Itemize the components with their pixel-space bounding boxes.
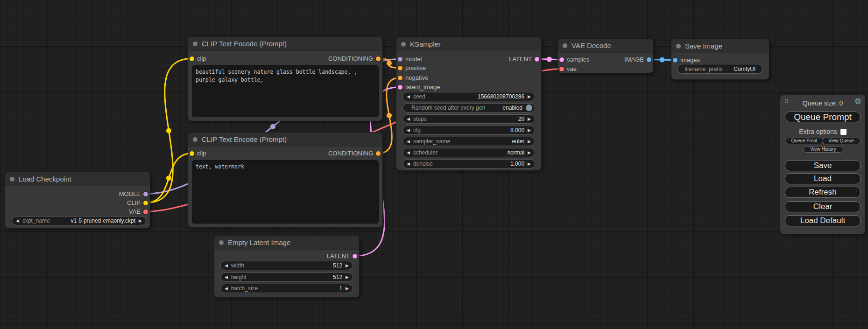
clear-button[interactable]: Clear <box>785 201 861 212</box>
latent-port-dot[interactable] <box>559 57 564 62</box>
node-clip-text-encode-negative[interactable]: CLIP Text Encode (Prompt) clip CONDITION… <box>188 132 383 228</box>
output-port-latent: LATENT <box>327 252 357 260</box>
node-clip-text-encode-positive[interactable]: CLIP Text Encode (Prompt) clip CONDITION… <box>188 36 383 121</box>
settings-gear-icon[interactable]: ⚙ <box>854 98 861 105</box>
collapse-dot-icon[interactable] <box>219 240 224 245</box>
filename-prefix-widget[interactable]: filename_prefix ComfyUI <box>677 64 762 74</box>
increment-arrow-icon[interactable]: ▶ <box>528 139 531 144</box>
node-ksampler[interactable]: KSampler model positive negative latent_… <box>396 37 542 171</box>
height-widget[interactable]: ◀ height 512 ▶ <box>220 273 353 282</box>
node-title-bar[interactable]: VAE Decode <box>558 39 653 53</box>
increment-arrow-icon[interactable]: ▶ <box>528 161 531 166</box>
clip-port-dot[interactable] <box>190 151 194 156</box>
decrement-arrow-icon[interactable]: ◀ <box>225 275 228 280</box>
latent-port-dot[interactable] <box>535 57 539 62</box>
increment-arrow-icon[interactable]: ▶ <box>528 117 531 121</box>
increment-arrow-icon[interactable]: ▶ <box>346 263 349 268</box>
output-port-vae: VAE <box>129 207 148 216</box>
collapse-dot-icon[interactable] <box>193 137 198 142</box>
collapse-dot-icon[interactable] <box>10 177 14 182</box>
vae-port-dot[interactable] <box>559 67 564 71</box>
conditioning-port-dot[interactable] <box>398 66 402 70</box>
conditioning-port-dot[interactable] <box>398 76 402 80</box>
node-load-checkpoint[interactable]: Load Checkpoint MODEL CLIP VAE ◀ ckpt_na… <box>5 172 150 229</box>
node-empty-latent-image[interactable]: Empty Latent Image LATENT ◀ width 512 ▶ … <box>214 235 360 298</box>
port-label: samples <box>567 56 589 63</box>
refresh-button[interactable]: Refresh <box>785 187 861 198</box>
scheduler-widget[interactable]: ◀ scheduler normal ▶ <box>402 148 535 157</box>
decrement-arrow-icon[interactable]: ◀ <box>16 218 19 223</box>
node-title-bar[interactable]: Load Checkpoint <box>5 172 150 186</box>
node-save-image[interactable]: Save Image images filename_prefix ComfyU… <box>671 39 769 80</box>
model-port-dot[interactable] <box>398 57 402 62</box>
ckpt-name-widget[interactable]: ◀ ckpt_name v1-5-pruned-emaonly.ckpt ▶ <box>12 216 146 225</box>
queue-front-button[interactable]: Queue Front <box>785 138 824 144</box>
node-title: KSampler <box>410 40 441 48</box>
node-vae-decode[interactable]: VAE Decode samples vae IMAGE <box>557 38 654 73</box>
save-button[interactable]: Save <box>785 160 861 171</box>
port-label: clip <box>197 55 206 62</box>
negative-prompt-textarea[interactable]: text, watermark <box>192 160 379 224</box>
link-wire <box>146 59 192 203</box>
sampler-name-widget[interactable]: ◀ sampler_name euler ▶ <box>402 137 535 146</box>
decrement-arrow-icon[interactable]: ◀ <box>225 263 228 268</box>
input-port-model: model <box>398 55 422 63</box>
load-default-button[interactable]: Load Default <box>785 215 861 226</box>
decrement-arrow-icon[interactable]: ◀ <box>407 117 410 121</box>
batch-size-widget[interactable]: ◀ batch_size 1 ▶ <box>220 284 353 293</box>
clip-port-dot[interactable] <box>190 56 194 61</box>
cfg-widget[interactable]: ◀ cfg 8.000 ▶ <box>402 126 535 135</box>
load-button[interactable]: Load <box>785 173 861 184</box>
latent-port-dot[interactable] <box>353 254 357 259</box>
collapse-dot-icon[interactable] <box>193 42 198 46</box>
decrement-arrow-icon[interactable]: ◀ <box>407 139 410 144</box>
random-seed-toggle-widget[interactable]: Random seed after every gen enabled <box>402 103 535 112</box>
node-title-bar[interactable]: KSampler <box>396 37 541 51</box>
toggle-dot-icon[interactable] <box>526 105 532 111</box>
decrement-arrow-icon[interactable]: ◀ <box>407 94 410 99</box>
decrement-arrow-icon[interactable]: ◀ <box>407 150 410 155</box>
increment-arrow-icon[interactable]: ▶ <box>528 128 531 133</box>
view-queue-button[interactable]: View Queue <box>822 138 861 144</box>
node-graph-canvas[interactable]: Load Checkpoint MODEL CLIP VAE ◀ ckpt_na… <box>0 0 868 329</box>
input-port-clip: clip <box>190 54 206 63</box>
link-midpoint-dot <box>660 57 665 63</box>
decrement-arrow-icon[interactable]: ◀ <box>407 128 410 133</box>
clip-port-dot[interactable] <box>143 201 148 205</box>
increment-arrow-icon[interactable]: ▶ <box>346 275 349 280</box>
model-port-dot[interactable] <box>143 192 148 196</box>
extra-options-checkbox[interactable] <box>840 129 847 135</box>
decrement-arrow-icon[interactable]: ◀ <box>225 286 228 291</box>
denoise-widget[interactable]: ◀ denoise 1.000 ▶ <box>402 159 535 168</box>
vae-port-dot[interactable] <box>143 210 148 214</box>
steps-widget[interactable]: ◀ steps 20 ▶ <box>402 114 535 124</box>
seed-widget[interactable]: ◀ seed 156680208700286 ▶ <box>402 92 535 101</box>
conditioning-port-dot[interactable] <box>376 151 381 156</box>
collapse-dot-icon[interactable] <box>401 42 406 47</box>
image-port-dot[interactable] <box>673 58 677 63</box>
input-port-images: images <box>673 56 700 64</box>
positive-prompt-textarea[interactable]: beautiful scenery nature glass bottle la… <box>192 65 379 117</box>
collapse-dot-icon[interactable] <box>676 44 681 49</box>
port-label: VAE <box>129 208 141 215</box>
view-history-button[interactable]: View History <box>803 146 843 153</box>
node-title-bar[interactable]: Save Image <box>671 39 769 53</box>
queue-prompt-button[interactable]: Queue Prompt <box>785 112 861 122</box>
node-title-bar[interactable]: Empty Latent Image <box>214 236 359 250</box>
node-title-bar[interactable]: CLIP Text Encode (Prompt) <box>188 37 382 51</box>
increment-arrow-icon[interactable]: ▶ <box>528 150 531 155</box>
node-title: VAE Decode <box>572 42 611 49</box>
collapse-dot-icon[interactable] <box>563 43 567 48</box>
link-midpoint-dot <box>387 61 392 66</box>
image-port-dot[interactable] <box>647 57 651 62</box>
conditioning-port-dot[interactable] <box>376 56 381 61</box>
increment-arrow-icon[interactable]: ▶ <box>346 286 349 291</box>
node-title-bar[interactable]: CLIP Text Encode (Prompt) <box>188 133 382 147</box>
increment-arrow-icon[interactable]: ▶ <box>528 94 531 99</box>
decrement-arrow-icon[interactable]: ◀ <box>407 161 410 166</box>
input-port-negative: negative <box>398 73 428 82</box>
latent-port-dot[interactable] <box>398 85 402 90</box>
link-midpoint-dot <box>166 128 171 133</box>
increment-arrow-icon[interactable]: ▶ <box>139 218 142 223</box>
width-widget[interactable]: ◀ width 512 ▶ <box>220 261 353 270</box>
